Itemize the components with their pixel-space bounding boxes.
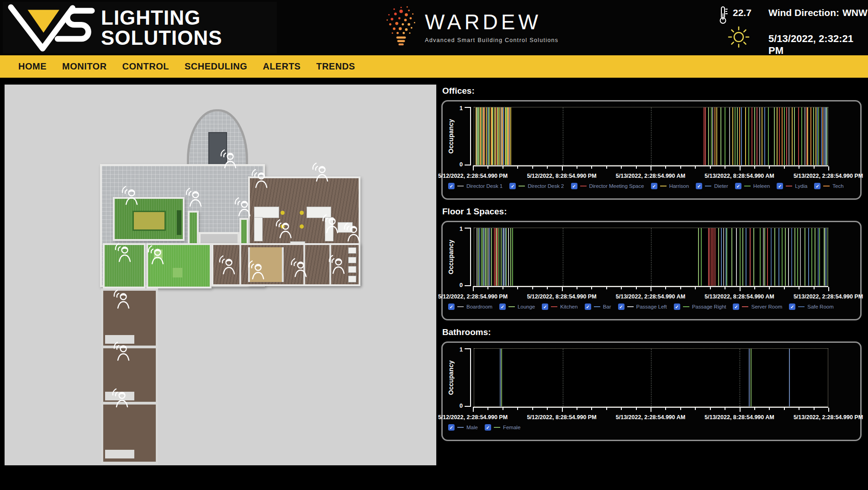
occupancy-spike xyxy=(735,107,736,165)
nav-item-home[interactable]: HOME xyxy=(18,61,47,72)
occupancy-spike xyxy=(751,349,752,406)
occupancy-spike xyxy=(740,228,741,286)
x-axis-tick xyxy=(487,287,488,289)
x-axis-tick xyxy=(547,287,548,289)
legend-checkbox[interactable]: ✓ xyxy=(509,183,516,189)
offices-chart-plot[interactable] xyxy=(474,107,828,165)
office-chair xyxy=(281,211,285,215)
occupancy-spike xyxy=(731,228,732,286)
x-axis-tick xyxy=(828,166,829,170)
legend-series-dash xyxy=(457,186,464,186)
occupancy-spike xyxy=(791,228,792,286)
legend-checkbox[interactable]: ✓ xyxy=(651,183,657,189)
x-axis-tick xyxy=(473,408,474,412)
occupancy-spike xyxy=(480,107,481,165)
occupancy-spike xyxy=(798,107,799,165)
brand-tagline: Advanced Smart Building Control Solution… xyxy=(425,37,558,43)
x-axis-tick xyxy=(651,166,651,170)
occupancy-spike xyxy=(824,107,825,165)
occupancy-spike xyxy=(510,228,511,286)
legend-series-label: Boardroom xyxy=(466,304,492,309)
legend-series-label: Safe Room xyxy=(807,304,834,309)
legend-series-dash xyxy=(494,427,500,428)
legend-checkbox[interactable]: ✓ xyxy=(618,304,625,310)
occupancy-sensor-icon xyxy=(311,162,329,183)
legend-checkbox[interactable]: ✓ xyxy=(542,304,548,310)
legend-checkbox[interactable]: ✓ xyxy=(499,304,506,310)
x-tick-label: 5/13/2022, 2:28:54.990 AM xyxy=(616,293,685,300)
legend-checkbox[interactable]: ✓ xyxy=(777,183,783,189)
y-axis-bracket xyxy=(465,228,471,286)
occupancy-spike xyxy=(778,228,779,286)
occupancy-spike xyxy=(749,349,750,406)
floor1-chart-plot[interactable] xyxy=(474,228,828,286)
legend-series-dash xyxy=(457,306,464,307)
x-axis-tick xyxy=(710,287,711,289)
legend-checkbox[interactable]: ✓ xyxy=(733,304,739,310)
legend-series-label: Bar xyxy=(603,304,611,309)
x-axis-tick xyxy=(665,408,666,410)
boardroom-cabinet xyxy=(177,210,181,235)
legend-series-dash xyxy=(683,306,689,307)
nav-item-scheduling[interactable]: SCHEDULING xyxy=(185,61,247,72)
nav-item-alerts[interactable]: ALERTS xyxy=(263,61,301,72)
legend-checkbox[interactable]: ✓ xyxy=(448,424,455,431)
lounge-furniture xyxy=(173,268,183,278)
x-axis-tick xyxy=(636,287,637,289)
x-tick-label: 5/13/2022, 2:28:54.990 AM xyxy=(616,414,685,421)
legend-item: ✓Passage Left xyxy=(618,304,667,310)
occupancy-spike xyxy=(807,107,808,165)
main-content: Offices: Occupancy 1 0 5/12/2022, 2:28:5… xyxy=(0,78,868,490)
floor1-chart-legend: ✓Boardroom✓Lounge✓Kitchen✓Bar✓Passage Le… xyxy=(448,304,854,310)
legend-checkbox[interactable]: ✓ xyxy=(696,183,702,189)
occupancy-spike xyxy=(800,228,801,286)
occupancy-sensor-icon xyxy=(218,255,236,276)
legend-checkbox[interactable]: ✓ xyxy=(571,183,577,189)
legend-checkbox[interactable]: ✓ xyxy=(585,304,591,310)
occupancy-spike xyxy=(478,228,479,286)
legend-checkbox[interactable]: ✓ xyxy=(814,183,820,189)
occupancy-spike xyxy=(785,228,786,286)
occupancy-spike xyxy=(797,228,798,286)
sun-icon xyxy=(727,26,750,48)
nav-item-control[interactable]: CONTROL xyxy=(122,61,169,72)
legend-checkbox[interactable]: ✓ xyxy=(674,304,680,310)
y-axis-label: Occupancy xyxy=(447,107,456,165)
x-axis-tick xyxy=(606,166,607,169)
x-tick-label: 5/13/2022, 2:28:54.990 AM xyxy=(616,173,685,179)
y-min-tick: 0 xyxy=(460,282,463,288)
y-axis-label: Occupancy xyxy=(447,228,456,286)
nav-item-trends[interactable]: TRENDS xyxy=(316,61,355,72)
chart-title-offices: Offices: xyxy=(442,86,862,96)
x-axis-tick xyxy=(621,287,622,289)
occupancy-spike xyxy=(821,107,822,165)
legend-series-dash xyxy=(660,186,667,186)
occupancy-spike xyxy=(497,228,498,286)
legend-checkbox[interactable]: ✓ xyxy=(448,304,455,310)
legend-checkbox[interactable]: ✓ xyxy=(448,183,455,189)
thermometer-icon xyxy=(718,5,728,25)
occupancy-spike xyxy=(708,107,709,165)
nav-item-monitor[interactable]: MONITOR xyxy=(62,61,107,72)
x-axis-tick xyxy=(487,408,488,410)
occupancy-spike xyxy=(813,107,814,165)
bathroom-fixture xyxy=(348,266,356,272)
bathrooms-chart-plot[interactable] xyxy=(474,348,828,407)
occupancy-spike xyxy=(496,107,497,165)
occupancy-spike xyxy=(767,228,768,286)
legend-checkbox[interactable]: ✓ xyxy=(789,304,795,310)
legend-series-dash xyxy=(594,306,600,307)
vs-lighting-logo: LIGHTING SOLUTIONS xyxy=(3,2,277,53)
occupancy-spike xyxy=(723,228,724,286)
x-axis-tick xyxy=(532,166,533,169)
office-desk xyxy=(254,207,279,218)
legend-checkbox[interactable]: ✓ xyxy=(485,424,491,431)
legend-item: ✓Director Meeting Space xyxy=(571,183,644,189)
occupancy-spike xyxy=(806,107,807,165)
occupancy-sensor-icon xyxy=(185,187,203,208)
occupancy-spike xyxy=(804,228,805,286)
legend-checkbox[interactable]: ✓ xyxy=(735,183,741,189)
x-axis-tick xyxy=(532,408,533,410)
y-axis-bracket xyxy=(465,107,471,165)
x-axis xyxy=(473,165,828,172)
